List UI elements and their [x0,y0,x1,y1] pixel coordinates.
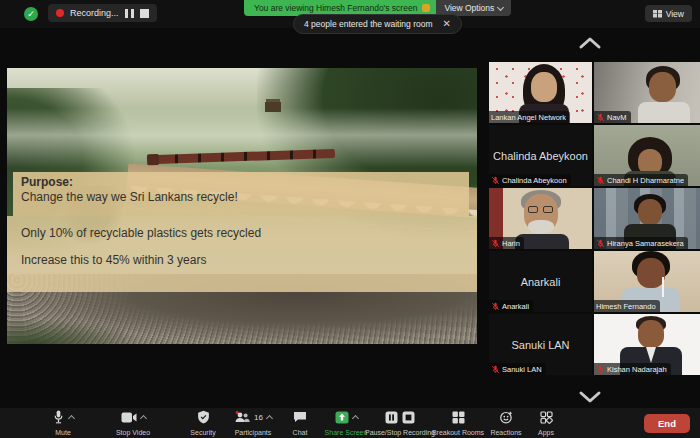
shared-screen-slide: Purpose: Change the way we Sri Lankans r… [7,68,477,344]
reactions-button[interactable]: Reactions [481,410,531,436]
apps-button[interactable]: Apps [526,410,566,436]
participant-name: Harin [502,239,520,248]
stop-recording-toolbar-icon [402,411,415,424]
meeting-toolbar: Mute Stop Video Security 16 Participants… [0,408,700,438]
mute-options-chevron-icon[interactable] [68,415,75,422]
pause-recording-toolbar-icon [385,411,398,424]
muted-microphone-icon [491,176,500,185]
muted-microphone-icon [491,239,500,248]
recording-label: Recording... [70,8,119,18]
participant-tile[interactable]: Lankan Angel Network [489,62,592,123]
participants-options-chevron-icon[interactable] [266,415,273,422]
hillside-hut [265,102,281,112]
waiting-room-notification: 4 people entered the waiting room ✕ [293,14,462,34]
mute-button[interactable]: Mute [33,410,93,436]
participant-tile-active-speaker[interactable]: Himesh Fernando [594,251,700,312]
chat-bubble-icon [293,411,307,423]
shield-icon [197,410,210,424]
scroll-participants-up-chevron-icon[interactable] [578,36,602,50]
participant-tile[interactable]: NavM [594,62,700,123]
stop-recording-icon[interactable] [140,9,149,18]
participant-tile[interactable]: Hiranya Samarasekera [594,188,700,249]
stop-video-button[interactable]: Stop Video [98,410,168,436]
muted-microphone-icon [596,176,605,185]
participant-tile[interactable]: Sanuki LAN Sanuki LAN [489,314,592,375]
participant-tile[interactable]: Kishan Nadarajah [594,314,700,375]
participant-tile[interactable]: Chalinda Abeykoon Chalinda Abeykoon [489,125,592,186]
scroll-participants-down-chevron-icon[interactable] [578,390,602,404]
participant-tile[interactable]: Anarkali Himesh Fernando Anarkali [489,251,592,312]
view-button[interactable]: View [645,5,692,22]
participants-icon [234,411,250,423]
record-dot-icon [56,9,64,17]
participant-name: Chandi H Dharmaratne [607,176,684,185]
close-icon[interactable]: ✕ [443,19,451,29]
pause-recording-icon[interactable] [125,9,134,18]
grass-foreground [7,320,137,344]
chevron-down-icon [497,3,504,10]
participant-name: Lankan Angel Network [491,113,566,122]
muted-microphone-icon [596,365,605,374]
microphone-icon [52,410,65,424]
end-meeting-button[interactable]: End [644,414,690,433]
viewing-indicator-icon [422,4,430,12]
notification-text: 4 people entered the waiting room [304,19,433,29]
apps-icon [540,411,553,424]
reactions-icon [500,411,513,424]
slide-purpose-line: Change the way we Sri Lankans recycle! [21,190,238,205]
share-screen-icon [335,411,349,424]
chat-button[interactable]: Chat [278,410,322,436]
participant-name: NavM [607,113,627,122]
gallery-view-icon [653,10,662,18]
muted-microphone-icon [491,302,500,311]
slide-fact-line: Only 10% of recyclable plastics gets rec… [21,226,261,241]
encryption-shield-icon: ✓ [24,7,38,21]
muted-microphone-icon [596,113,605,122]
slide-purpose-title: Purpose: [21,175,73,190]
video-camera-icon [121,412,137,423]
participant-name: Sanuki LAN [502,365,542,374]
slide-goal-line: Increase this to 45% within 3 years [21,253,206,268]
participant-name: Chalinda Abeykoon [502,176,567,185]
participant-tile[interactable]: Harin [489,188,592,249]
participant-name: Hiranya Samarasekera [607,239,684,248]
participant-name: Kishan Nadarajah [607,365,667,374]
participant-name: Anarkali [502,302,529,311]
participants-count: 16 [254,413,263,422]
video-options-chevron-icon[interactable] [139,415,146,422]
recording-indicator: Recording... [48,4,157,22]
participant-name: Himesh Fernando [596,302,656,311]
breakout-rooms-icon [452,411,465,424]
muted-microphone-icon [491,365,500,374]
participant-tile[interactable]: Chandi H Dharmaratne [594,125,700,186]
muted-microphone-icon [596,239,605,248]
